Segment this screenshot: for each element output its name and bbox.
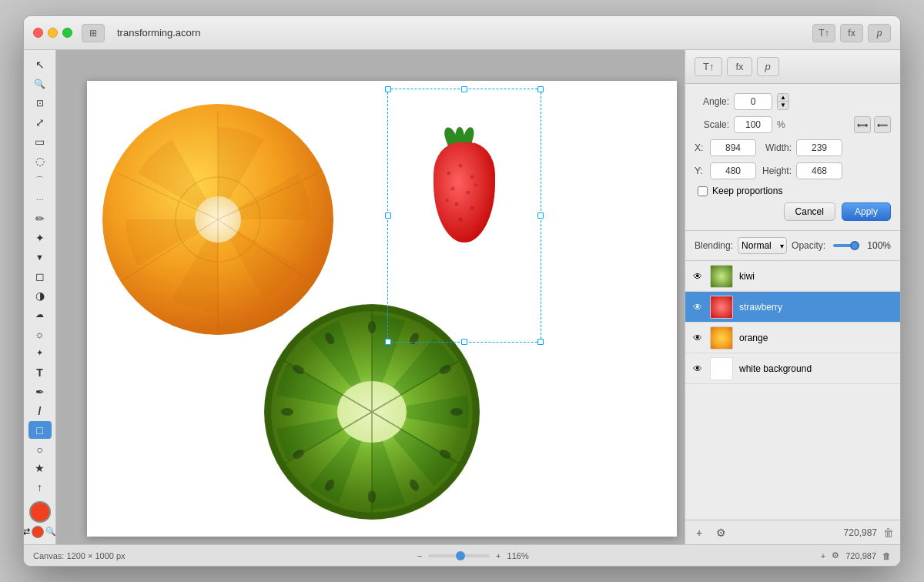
fullscreen-tool[interactable]: ⤢ (28, 114, 52, 132)
fx-button[interactable]: fx (840, 24, 863, 42)
layer-item-orange[interactable]: 👁 orange (685, 323, 900, 353)
delete-layer-button[interactable]: 🗑 (883, 527, 894, 539)
trash-button[interactable]: 🗑 (882, 551, 891, 560)
lasso-tool[interactable]: ⌒ (28, 172, 52, 189)
scale-input[interactable] (734, 116, 772, 133)
p-button[interactable]: p (868, 24, 891, 42)
svg-point-24 (291, 363, 306, 376)
zoom-minus-button[interactable]: − (417, 551, 422, 560)
foreground-color[interactable] (29, 501, 51, 523)
handle-top-center[interactable] (461, 86, 467, 92)
zoom-slider[interactable] (428, 554, 490, 557)
layer-item-kiwi[interactable]: 👁 kiwi (685, 261, 900, 292)
svg-point-17 (450, 408, 463, 416)
layer-visibility-kiwi[interactable]: 👁 (691, 270, 704, 283)
height-input[interactable] (796, 162, 842, 179)
gradient-tool[interactable]: ◑ (28, 286, 52, 304)
svg-line-2 (218, 219, 310, 281)
angle-increment[interactable]: ▲ (778, 94, 788, 102)
scale-height-icon[interactable]: ⟸ (874, 116, 891, 133)
handle-bottom-right[interactable] (537, 339, 544, 345)
add-layer-button[interactable]: + (691, 525, 707, 540)
star-tool[interactable]: ★ (28, 460, 52, 477)
angle-decrement[interactable]: ▼ (778, 102, 788, 109)
keep-proportions-checkbox[interactable] (698, 186, 708, 196)
line-tool[interactable]: / (28, 402, 52, 420)
sidebar-toggle-button[interactable]: ⊞ (82, 24, 105, 42)
maximize-button[interactable] (62, 28, 72, 38)
layer-name-strawberry: strawberry (739, 302, 894, 313)
scale-width-icon[interactable]: ⟺ (854, 116, 871, 133)
scale-icons: ⟺ ⟸ (854, 116, 891, 133)
layers-panel: 👁 kiwi 👁 strawberry 👁 orange (685, 261, 900, 520)
svg-point-14 (368, 321, 376, 333)
transform-panel: Angle: ▲ ▼ Scale: % ⟺ ⟸ (685, 84, 900, 231)
tools-button[interactable]: T↑ (812, 24, 835, 42)
layer-thumbnail-orange (710, 326, 733, 350)
rect-shape-tool[interactable]: □ (28, 421, 52, 439)
magnify-tool[interactable]: 🔍 (45, 527, 56, 537)
panel-p-button[interactable]: p (757, 57, 779, 76)
swap-colors-icon[interactable]: ⇄ (24, 527, 30, 537)
panel-fx-button[interactable]: fx (727, 57, 752, 76)
handle-middle-right[interactable] (537, 212, 544, 219)
crop-tool[interactable]: ⊡ (28, 95, 52, 112)
y-label: Y: (695, 166, 705, 176)
blending-select[interactable]: Normal Multiply Screen Overlay Darken Li… (738, 237, 787, 254)
fill-tool[interactable]: ▼ (28, 249, 52, 266)
svg-point-25 (323, 331, 336, 346)
y-input[interactable] (710, 162, 756, 179)
marquee-ellipse-tool[interactable]: ◌ (28, 152, 52, 170)
pen-tool[interactable]: ✒ (28, 383, 52, 400)
smudge-tool[interactable]: ☁ (28, 306, 52, 323)
dodge-tool[interactable]: ☼ (28, 325, 52, 343)
eraser-tool[interactable]: ◻ (28, 267, 52, 285)
width-input[interactable] (796, 139, 842, 156)
background-color[interactable] (32, 526, 44, 538)
layer-item-strawberry[interactable]: 👁 strawberry (685, 292, 900, 323)
arrow-shape-tool[interactable]: ↑ (28, 479, 52, 497)
handle-middle-left[interactable] (385, 212, 391, 219)
yh-row: Y: Height: (695, 162, 891, 179)
layer-visibility-strawberry[interactable]: 👁 (691, 301, 704, 313)
angle-stepper[interactable]: ▲ ▼ (777, 93, 789, 110)
blending-row: Blending: Normal Multiply Screen Overlay… (685, 231, 900, 261)
svg-point-27 (459, 164, 463, 168)
opacity-value: 100% (867, 240, 891, 251)
canvas[interactable] (87, 81, 677, 537)
handle-top-left[interactable] (385, 86, 391, 92)
marquee-rect-tool[interactable]: ▭ (28, 133, 52, 151)
layer-visibility-orange[interactable]: 👁 (691, 332, 704, 344)
ellipse-shape-tool[interactable]: ○ (28, 440, 52, 458)
layer-item-white-background[interactable]: 👁 white background (685, 353, 900, 384)
scale-label: Scale: (695, 119, 729, 130)
panel-tool-t-icon[interactable]: T↑ (695, 57, 722, 76)
arrow-tool[interactable]: ↖ (28, 56, 52, 74)
right-panel: T↑ fx p Angle: ▲ ▼ Scale: (685, 50, 900, 544)
apply-button[interactable]: Apply (842, 202, 891, 221)
opacity-slider[interactable] (833, 244, 859, 247)
x-label: X: (695, 142, 705, 153)
minimize-button[interactable] (48, 28, 58, 38)
zoom-plus-button[interactable]: + (496, 551, 500, 560)
add-item-button[interactable]: + (821, 551, 825, 560)
magic-lasso-tool[interactable]: ⋯ (28, 191, 52, 209)
blending-select-wrapper: Normal Multiply Screen Overlay Darken Li… (738, 237, 787, 254)
text-tool[interactable]: T (28, 363, 52, 381)
paint-brush-tool[interactable]: ✏ (28, 210, 52, 228)
layer-settings-button[interactable]: ⚙ (713, 525, 728, 540)
layer-name-orange: orange (739, 333, 894, 343)
clone-tool[interactable]: ✦ (28, 344, 52, 362)
magic-wand-tool[interactable]: ✦ (28, 229, 52, 247)
x-input[interactable] (710, 139, 756, 156)
color-options: ⇄ 🔍 (24, 526, 56, 538)
settings-button[interactable]: ⚙ (832, 550, 839, 560)
svg-point-35 (446, 199, 449, 202)
close-button[interactable] (33, 28, 43, 38)
xw-row: X: Width: (695, 139, 891, 156)
angle-input[interactable] (734, 93, 772, 110)
cancel-button[interactable]: Cancel (784, 202, 835, 221)
handle-top-right[interactable] (537, 86, 544, 92)
zoom-tool[interactable]: 🔍 (28, 75, 52, 93)
layer-visibility-white-background[interactable]: 👁 (691, 363, 704, 375)
